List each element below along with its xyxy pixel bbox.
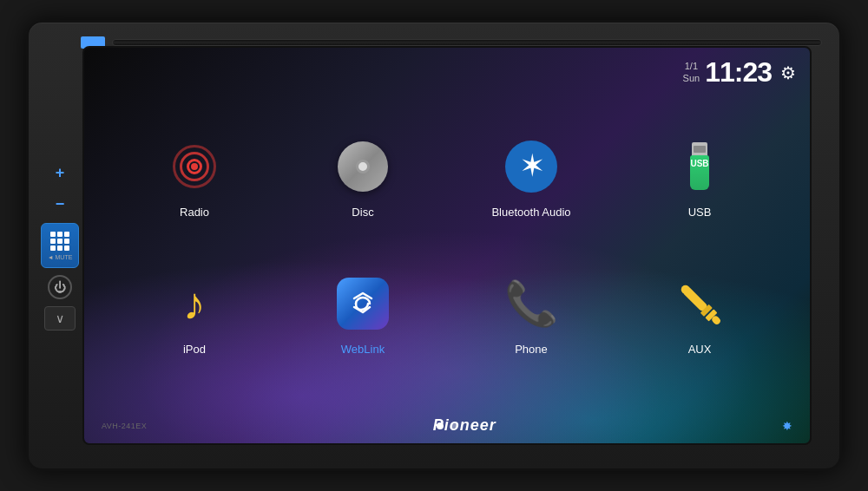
time-display: 11:23 [705, 56, 772, 88]
music-note-symbol: ♪ [183, 281, 206, 326]
mute-label: ◄ MUTE [48, 254, 73, 260]
radio-icon [164, 136, 225, 197]
left-controls: + − ◄ MUTE ⏻ ∨ [41, 160, 79, 331]
phone-icon: 📞 [501, 273, 562, 334]
day-name: Sun [683, 73, 700, 84]
weblink-icon [332, 273, 393, 334]
radio-label: Radio [180, 206, 209, 219]
down-button[interactable]: ∨ [44, 306, 76, 331]
usb-logo-text: USB [690, 159, 708, 168]
radio-dot [191, 163, 198, 170]
app-grid: Radio Disc ✶ Bluetooth Audio [84, 100, 810, 391]
weblink-arrows-svg [347, 288, 378, 319]
radio-app[interactable]: Radio [110, 108, 279, 245]
head-unit: + − ◄ MUTE ⏻ ∨ 1/1 Sun 11:23 [26, 20, 842, 471]
disc-inner [356, 160, 370, 173]
power-icon: ⏻ [54, 280, 66, 294]
touchscreen[interactable]: 1/1 Sun 11:23 ⚙ Radio [82, 46, 812, 445]
usb-connector [694, 146, 706, 153]
date-number: 1/1 [685, 61, 698, 72]
date-block: 1/1 Sun [683, 61, 700, 83]
music-note-icon: ♪ [164, 273, 225, 334]
chevron-down-icon: ∨ [56, 311, 64, 325]
ipod-label: iPod [183, 343, 206, 356]
bluetooth-app[interactable]: ✶ Bluetooth Audio [447, 108, 615, 245]
weblink-app[interactable]: WebLink [279, 245, 447, 383]
aux-icon [669, 273, 730, 334]
brand-label: Pioneer [433, 416, 496, 435]
settings-button[interactable]: ⚙ [780, 62, 796, 83]
weblink-label: WebLink [341, 343, 385, 356]
aux-app[interactable]: AUX [615, 245, 784, 383]
phone-app[interactable]: 📞 Phone [447, 245, 615, 383]
phone-symbol: 📞 [504, 278, 558, 329]
bluetooth-symbol: ✶ [522, 152, 542, 180]
aux-plug-svg [676, 278, 724, 330]
bluetooth-label: Bluetooth Audio [491, 206, 570, 219]
disc-label: Disc [352, 206, 373, 219]
volume-up-button[interactable]: + [48, 160, 72, 185]
disc-slot [112, 39, 822, 46]
usb-label: USB [688, 206, 712, 219]
bottom-bar: AVH-241EX Pioneer ✸ [84, 416, 810, 435]
usb-body: USB [690, 155, 709, 190]
bluetooth-small-icon: ✸ [782, 419, 792, 433]
mute-button[interactable]: ◄ MUTE [41, 223, 79, 268]
grid-icon [50, 232, 69, 251]
disc-icon [332, 136, 393, 197]
phone-label: Phone [515, 343, 548, 356]
aux-label: AUX [688, 343, 712, 356]
power-button[interactable]: ⏻ [48, 275, 72, 299]
model-label: AVH-241EX [102, 422, 147, 430]
status-bar: 1/1 Sun 11:23 ⚙ [683, 56, 796, 88]
usb-app[interactable]: USB USB [615, 108, 784, 245]
disc-app[interactable]: Disc [279, 108, 447, 245]
date-time: 1/1 Sun 11:23 [683, 56, 772, 88]
volume-down-button[interactable]: − [48, 192, 72, 216]
bluetooth-icon: ✶ [501, 136, 562, 197]
usb-icon: USB [669, 136, 730, 197]
ipod-app[interactable]: ♪ iPod [110, 245, 279, 383]
